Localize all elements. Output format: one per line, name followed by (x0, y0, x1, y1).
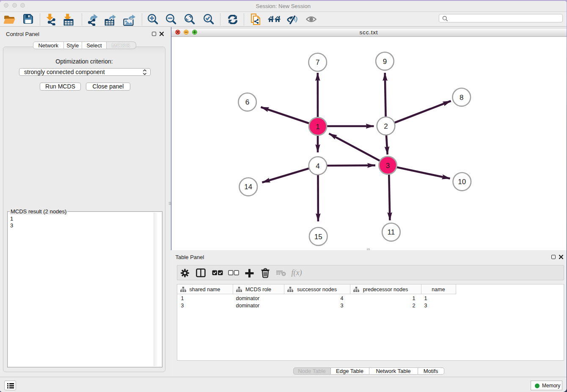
svg-text:1: 1 (316, 122, 319, 130)
svg-text:15: 15 (314, 232, 322, 240)
svg-text:11: 11 (388, 228, 395, 236)
svg-text:4: 4 (316, 162, 319, 170)
svg-text:14: 14 (244, 183, 252, 191)
svg-text:7: 7 (316, 58, 319, 66)
svg-text:6: 6 (245, 98, 249, 106)
svg-text:3: 3 (386, 161, 390, 169)
svg-text:9: 9 (383, 57, 387, 65)
svg-text:2: 2 (384, 122, 388, 130)
svg-text:10: 10 (458, 178, 466, 186)
svg-text:8: 8 (460, 93, 463, 101)
